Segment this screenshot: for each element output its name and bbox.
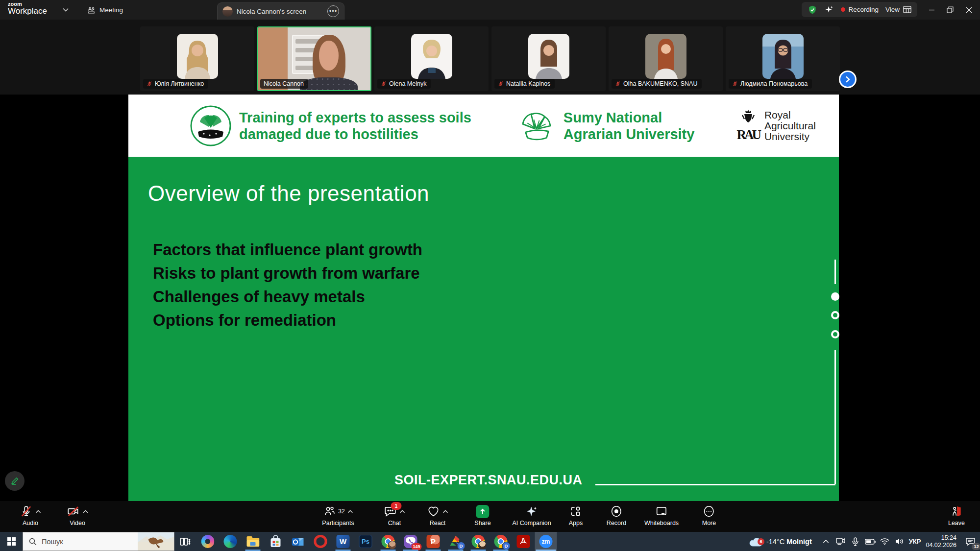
ai-companion-button[interactable]: AI Companion [512,504,551,527]
ai-sparkle-icon[interactable] [824,5,834,15]
mic-muted-icon [20,505,33,518]
leave-button[interactable]: Leave [948,504,965,527]
view-grid-icon [903,6,911,13]
participants-button[interactable]: 32 Participants [322,504,354,527]
chrome-icon [382,535,395,548]
taskbar-powerpoint-app[interactable]: P [422,532,444,551]
taskbar-acrobat-app[interactable] [513,532,535,551]
mic-muted-icon [498,81,504,87]
windows-taskbar: Пошук W Ps [0,532,980,551]
tray-battery-icon[interactable] [863,532,878,551]
more-button[interactable]: More [702,504,716,527]
tray-microphone-icon[interactable] [848,532,863,551]
active-speaker-tile[interactable]: Nicola Cannon [257,26,371,91]
taskbar-opera-app[interactable] [310,532,332,551]
tab-meeting[interactable]: Meeting [87,0,123,20]
ai-companion-icon [525,505,538,518]
taskbar-store-app[interactable] [265,532,287,551]
taskbar-word-app[interactable]: W [332,532,354,551]
slide-bullet: Challenges of heavy metals [153,285,422,309]
video-button[interactable]: Video [67,504,88,527]
chevron-up-icon[interactable] [36,510,41,513]
zoom-app-icon: zm [539,535,553,548]
taskbar-photoshop-app[interactable]: Ps [355,532,377,551]
search-highlight-image[interactable] [138,532,174,551]
taskbar-chrome-app[interactable] [377,532,399,551]
taskbar-file-explorer-app[interactable] [242,532,264,551]
record-icon [610,505,623,518]
participant-photo [177,34,218,79]
taskbar-zoom-app[interactable]: zm [535,532,557,551]
chevron-up-icon[interactable] [348,510,353,513]
slide-header-band: Training of experts to assess soils dama… [128,95,839,157]
photoshop-icon: Ps [359,535,372,548]
title-bar: zoom Workplace Meeting Nicola Cannon's s… [0,0,980,20]
apps-button[interactable]: Apps [569,504,583,527]
close-button[interactable] [957,0,980,20]
meeting-status-pill: Recording View [802,2,917,17]
tray-wifi-icon[interactable] [878,532,892,551]
chat-button[interactable]: 1 Chat [384,504,405,527]
annotate-button[interactable] [5,471,24,491]
tray-volume-icon[interactable] [892,532,907,551]
presentation-slide: Overview of the presentation Factors tha… [128,157,839,501]
rau-crest-icon [739,109,757,125]
chevron-up-icon[interactable] [83,510,88,513]
weather-widget[interactable]: 6 -14°C Molnigt [749,537,812,547]
search-input[interactable]: Пошук [23,532,174,551]
start-button[interactable] [0,532,23,551]
tray-hidden-icons-button[interactable] [819,532,833,551]
next-participants-button[interactable] [839,71,857,88]
share-screen-button[interactable]: Share [474,504,490,527]
chrome-account-badge: D [502,542,511,550]
taskbar-drive-app[interactable]: D [445,532,467,551]
presenter-avatar [222,6,233,17]
participant-tile[interactable]: Olena Melnyk [374,26,489,91]
participant-tile[interactable]: Юлія Литвиненко [140,26,254,91]
task-view-button[interactable] [174,532,196,551]
taskbar-chrome-app-3[interactable]: D [490,532,512,551]
sumy-university-logo [516,106,557,146]
recording-indicator[interactable]: Recording [841,6,879,13]
notification-center-button[interactable]: 12 [960,532,980,551]
taskbar-edge-app[interactable] [220,532,242,551]
tab-options-ellipsis-icon[interactable]: ••• [327,5,339,17]
record-button[interactable]: Record [607,504,626,527]
more-ellipsis-icon [703,505,715,518]
whiteboards-button[interactable]: Whiteboards [644,504,679,527]
view-button[interactable]: View [885,6,911,13]
participant-tile[interactable]: Nataliia Kapinos [491,26,606,91]
taskbar-chrome-app-2[interactable] [467,532,490,551]
slide-nav-dot-active [831,292,839,301]
participant-photo [645,34,686,79]
zoom-workplace-menu[interactable]: zoom Workplace [8,1,47,16]
participant-photo [762,34,804,79]
tray-meet-now-icon[interactable] [833,532,848,551]
chevron-up-icon[interactable] [400,510,405,513]
slide-bullet: Options for remediation [153,309,422,332]
chevron-up-icon[interactable] [443,510,448,513]
react-button[interactable]: React [427,504,448,527]
share-icon [476,505,489,518]
mic-muted-icon [147,81,152,87]
chevron-down-icon[interactable] [63,8,69,12]
security-shield-icon[interactable] [808,5,817,15]
tab-screen-share-label: Nicola Cannon's screen [237,8,306,15]
tab-meeting-label: Meeting [99,6,123,14]
participant-tile[interactable]: Olha BAKUMENKO, SNAU [609,26,723,91]
whiteboard-icon [655,505,668,518]
participant-tiles: Юлія Литвиненко Nicola Cannon [0,26,980,91]
system-tray: 6 -14°C Molnigt УКР 15:24 04.02.2026 12 [749,532,980,551]
tray-clock[interactable]: 15:24 04.02.2026 [926,534,956,549]
recording-dot-icon [841,7,845,12]
audio-button[interactable]: Audio [20,504,41,527]
tab-screen-share[interactable]: Nicola Cannon's screen ••• [217,2,344,20]
taskbar-outlook-app[interactable] [287,532,309,551]
tray-language-indicator[interactable]: УКР [909,538,921,545]
taskbar-copilot-app[interactable] [197,532,219,551]
rau-logo: RAU Royal Agricultural University [736,109,816,143]
participants-count: 32 [338,508,344,515]
participant-tile[interactable]: Людмила Пономарьова [726,26,840,91]
taskbar-viber-app[interactable]: 149 [400,532,422,551]
participant-filmstrip: Юлія Литвиненко Nicola Cannon [0,20,980,95]
